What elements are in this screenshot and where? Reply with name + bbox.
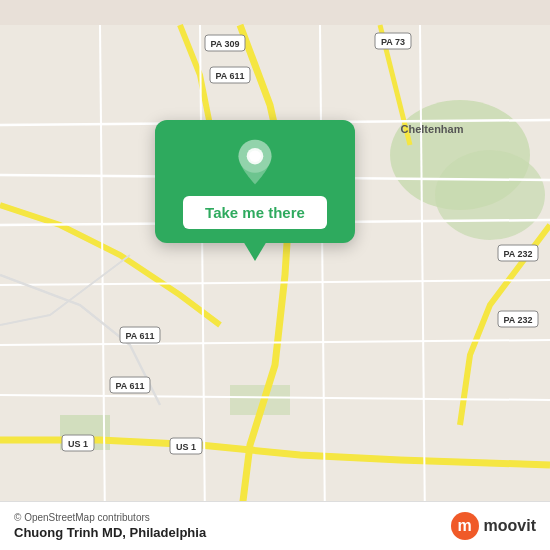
svg-text:PA 73: PA 73 [381,37,405,47]
svg-text:US 1: US 1 [68,439,88,449]
svg-text:US 1: US 1 [176,442,196,452]
moovit-brand-name: moovit [484,517,536,535]
svg-text:PA 309: PA 309 [210,39,239,49]
moovit-m-icon: m [451,512,479,540]
svg-text:PA 232: PA 232 [503,315,532,325]
take-me-there-button[interactable]: Take me there [183,196,327,229]
svg-point-36 [249,150,261,162]
svg-text:PA 232: PA 232 [503,249,532,259]
location-name: Chuong Trinh MD, Philadelphia [14,525,206,540]
svg-point-2 [435,150,545,240]
svg-text:Cheltenham: Cheltenham [401,123,464,135]
map-container: PA 309 PA 73 PA 611 PA 611 PA 611 US 1 U… [0,0,550,550]
location-pin-icon [231,138,279,186]
bottom-bar: © OpenStreetMap contributors Chuong Trin… [0,501,550,550]
svg-text:PA 611: PA 611 [125,331,154,341]
attribution-text: © OpenStreetMap contributors [14,512,206,523]
moovit-logo: m moovit [451,512,536,540]
popup-card: Take me there [155,120,355,243]
svg-text:PA 611: PA 611 [215,71,244,81]
svg-text:PA 611: PA 611 [115,381,144,391]
bottom-left: © OpenStreetMap contributors Chuong Trin… [14,512,206,540]
map-background: PA 309 PA 73 PA 611 PA 611 PA 611 US 1 U… [0,0,550,550]
